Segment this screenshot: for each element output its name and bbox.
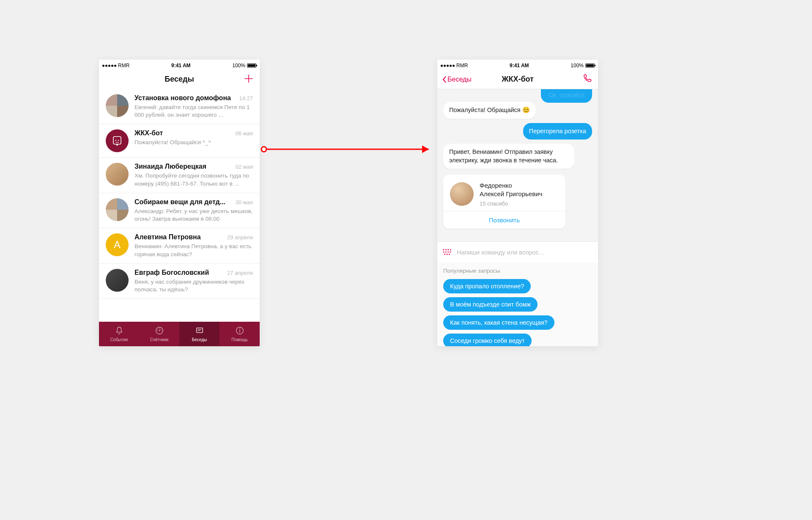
message-out-partial: Ок, спасибо! [541,89,592,103]
contact-name-line1: Федоренко [480,182,512,189]
suggestions-panel: Популярные запросы Куда пропало отоплени… [437,263,598,346]
list-item[interactable]: Установка нового домофона14:27Евгений: д… [99,89,260,124]
tab-meter[interactable]: Счётчики [139,322,179,346]
call-button[interactable] [582,74,592,85]
conversation-preview: Вениамин: Алевтина Петровна, а у вас ест… [134,243,253,258]
conversation-date: 02 мая [236,164,253,170]
svg-point-7 [239,328,240,329]
svg-point-4 [159,330,160,331]
suggestion-pill[interactable]: В моём подъезде спит бомж [443,297,538,312]
suggestions-title: Популярные запросы [443,268,592,274]
phone-chat: RMR 9:41 AM 100% Беседы ЖКХ-бот Ок, спас… [437,60,598,346]
contact-card: ФедоренкоАлексей Григорьевич 15 спасибо … [443,175,565,229]
nav-bar: Беседы ЖКХ-бот [437,70,598,89]
keyboard-grid-icon[interactable] [442,249,452,256]
svg-point-11 [445,249,447,250]
svg-point-12 [447,249,449,250]
tab-info[interactable]: Помощь [219,322,260,346]
status-time: 9:41 AM [171,63,191,68]
list-item[interactable]: Евграф Богословский27 апреляВеня, у нас … [99,264,260,299]
tab-bar: СобытияСчётчикиБеседыПомощь [99,322,260,346]
chat-body[interactable]: Ок, спасибо! Пожалуйста! Обращайся 😊 Пер… [437,89,598,241]
conversation-date: 06 мая [236,130,253,137]
svg-point-16 [447,251,449,252]
tab-label: Помощь [231,337,248,342]
conversation-list: Установка нового домофона14:27Евгений: д… [99,89,260,299]
suggestions-list: Куда пропало отопление?В моём подъезде с… [443,279,592,346]
conversation-preview: Пожалуйста! Обращайся ^_^ [134,139,253,146]
nav-title: ЖКХ-бот [502,75,534,84]
tab-label: События [110,337,128,342]
battery-icon [247,63,256,68]
back-label: Беседы [447,76,472,83]
list-item[interactable]: ААлевтина Петровна29 апреляВениамин: Але… [99,228,260,263]
avatar: А [106,233,129,256]
carrier-label: RMR [118,63,129,68]
svg-point-10 [443,249,444,250]
svg-point-8 [261,147,266,152]
svg-rect-5 [196,328,203,333]
phone-conversations: RMR 9:41 AM 100% Беседы Установка нового… [99,60,260,346]
conversation-title: Собираем вещи для детд... [134,198,225,206]
tab-chat[interactable]: Беседы [179,322,219,346]
contact-name-line2: Алексей Григорьевич [480,190,542,197]
chevron-left-icon [442,76,447,83]
contact-sub: 15 спасибо [480,200,542,207]
signal-dots-icon [102,65,116,67]
plus-icon [244,74,254,84]
battery-icon [585,63,595,68]
conversation-title: Алевтина Петровна [134,233,201,241]
message-out: Перегорела розетка [523,123,592,140]
avatar [106,129,129,152]
navigation-arrow-icon [260,141,437,158]
conversation-preview: Александр: Ребят, у нас уже десять мешко… [134,208,253,223]
conversation-date: 27 апреля [227,270,253,276]
avatar [106,269,129,292]
tab-label: Беседы [192,337,207,342]
battery-percent: 100% [571,63,584,68]
back-button[interactable]: Беседы [442,76,472,83]
add-conversation-button[interactable] [244,74,254,85]
avatar [106,163,129,186]
meter-icon [155,326,164,336]
conversation-date: 14:27 [239,95,253,101]
status-bar: RMR 9:41 AM 100% [99,60,260,70]
status-bar: RMR 9:41 AM 100% [437,60,598,70]
chat-input-row: Напиши команду или вопрос... [437,241,598,263]
conversation-date: 29 апреля [227,234,253,241]
signal-dots-icon [441,65,455,67]
conversation-title: Зинаида Люберецкая [134,163,206,170]
svg-point-2 [118,140,119,141]
svg-point-15 [445,251,447,252]
svg-point-1 [115,140,116,141]
avatar [106,198,129,221]
chat-input[interactable]: Напиши команду или вопрос... [457,249,544,256]
avatar [106,94,129,117]
suggestion-pill[interactable]: Куда пропало отопление? [443,279,531,293]
carrier-label: RMR [456,63,468,68]
contact-call-button[interactable]: Позвонить [443,211,565,229]
list-item[interactable]: Собираем вещи для детд...30 маяАлександр… [99,193,260,228]
avatar [450,182,474,206]
svg-point-18 [444,254,445,255]
list-item[interactable]: Зинаида Люберецкая02 маяХм. Попробуйте с… [99,158,260,193]
bell-icon [115,326,124,336]
nav-title: Беседы [165,75,194,84]
phone-icon [582,74,592,84]
chat-icon [195,326,204,336]
conversation-preview: Евгений: давайте тогда скинемся Пете по … [134,104,253,119]
list-item[interactable]: ЖКХ-бот06 маяПожалуйста! Обращайся ^_^ [99,124,260,158]
conversation-preview: Веня, у нас собрание дружинников через п… [134,278,253,293]
message-in: Пожалуйста! Обращайся 😊 [443,102,536,119]
conversation-title: Евграф Богословский [134,269,209,276]
battery-percent: 100% [232,63,245,68]
conversation-title: ЖКХ-бот [134,129,163,137]
svg-point-13 [450,249,451,250]
conversation-date: 30 мая [236,199,253,205]
info-icon [235,326,244,336]
suggestion-pill[interactable]: Как понять, какая стена несущая? [443,315,554,330]
svg-point-17 [450,251,451,252]
tab-bell[interactable]: События [99,322,139,346]
nav-bar: Беседы [99,70,260,89]
suggestion-pill[interactable]: Соседи громко себя ведут [443,334,532,346]
